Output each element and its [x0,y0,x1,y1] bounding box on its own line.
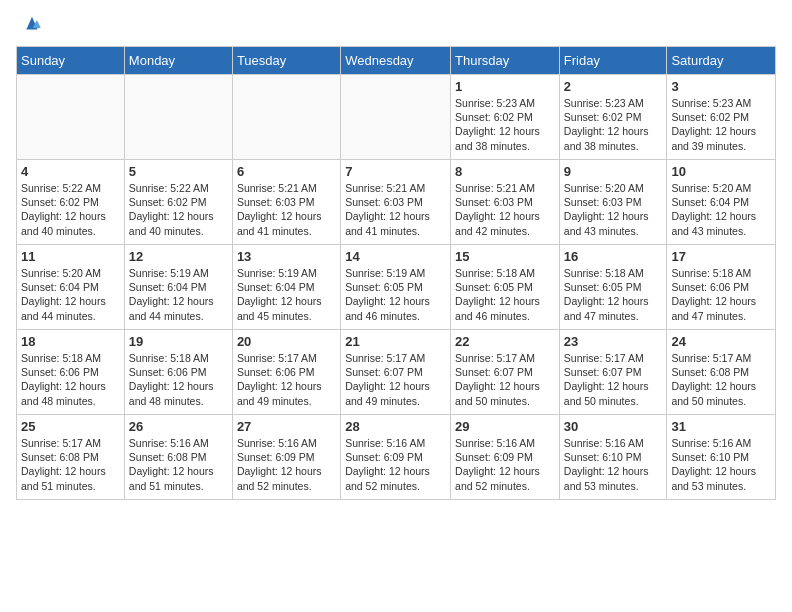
day-info: Sunrise: 5:16 AM Sunset: 6:10 PM Dayligh… [564,436,663,493]
day-number: 2 [564,79,663,94]
day-info: Sunrise: 5:17 AM Sunset: 6:07 PM Dayligh… [564,351,663,408]
calendar-week-row: 18Sunrise: 5:18 AM Sunset: 6:06 PM Dayli… [17,330,776,415]
day-info: Sunrise: 5:18 AM Sunset: 6:05 PM Dayligh… [455,266,555,323]
calendar-day-cell: 20Sunrise: 5:17 AM Sunset: 6:06 PM Dayli… [232,330,340,415]
day-info: Sunrise: 5:21 AM Sunset: 6:03 PM Dayligh… [455,181,555,238]
calendar-day-cell: 26Sunrise: 5:16 AM Sunset: 6:08 PM Dayli… [124,415,232,500]
calendar-day-cell: 14Sunrise: 5:19 AM Sunset: 6:05 PM Dayli… [341,245,451,330]
calendar-day-cell: 3Sunrise: 5:23 AM Sunset: 6:02 PM Daylig… [667,75,776,160]
day-number: 14 [345,249,446,264]
day-info: Sunrise: 5:19 AM Sunset: 6:04 PM Dayligh… [237,266,336,323]
day-info: Sunrise: 5:16 AM Sunset: 6:09 PM Dayligh… [237,436,336,493]
calendar-day-cell: 1Sunrise: 5:23 AM Sunset: 6:02 PM Daylig… [451,75,560,160]
day-info: Sunrise: 5:16 AM Sunset: 6:09 PM Dayligh… [455,436,555,493]
day-number: 16 [564,249,663,264]
day-info: Sunrise: 5:20 AM Sunset: 6:03 PM Dayligh… [564,181,663,238]
day-number: 3 [671,79,771,94]
calendar-day-cell: 18Sunrise: 5:18 AM Sunset: 6:06 PM Dayli… [17,330,125,415]
calendar-day-cell: 10Sunrise: 5:20 AM Sunset: 6:04 PM Dayli… [667,160,776,245]
calendar-day-cell: 21Sunrise: 5:17 AM Sunset: 6:07 PM Dayli… [341,330,451,415]
calendar-day-cell: 24Sunrise: 5:17 AM Sunset: 6:08 PM Dayli… [667,330,776,415]
calendar-day-cell: 22Sunrise: 5:17 AM Sunset: 6:07 PM Dayli… [451,330,560,415]
day-of-week-header: Wednesday [341,47,451,75]
day-number: 29 [455,419,555,434]
day-info: Sunrise: 5:17 AM Sunset: 6:08 PM Dayligh… [671,351,771,408]
day-info: Sunrise: 5:16 AM Sunset: 6:08 PM Dayligh… [129,436,228,493]
day-number: 22 [455,334,555,349]
day-info: Sunrise: 5:22 AM Sunset: 6:02 PM Dayligh… [21,181,120,238]
day-number: 15 [455,249,555,264]
calendar-week-row: 11Sunrise: 5:20 AM Sunset: 6:04 PM Dayli… [17,245,776,330]
calendar-day-cell: 6Sunrise: 5:21 AM Sunset: 6:03 PM Daylig… [232,160,340,245]
calendar-day-cell: 12Sunrise: 5:19 AM Sunset: 6:04 PM Dayli… [124,245,232,330]
day-info: Sunrise: 5:20 AM Sunset: 6:04 PM Dayligh… [671,181,771,238]
logo [16,16,44,36]
day-number: 21 [345,334,446,349]
day-info: Sunrise: 5:23 AM Sunset: 6:02 PM Dayligh… [671,96,771,153]
calendar-day-cell: 7Sunrise: 5:21 AM Sunset: 6:03 PM Daylig… [341,160,451,245]
logo-icon [20,12,44,36]
day-number: 20 [237,334,336,349]
day-number: 4 [21,164,120,179]
calendar-day-cell: 11Sunrise: 5:20 AM Sunset: 6:04 PM Dayli… [17,245,125,330]
day-number: 25 [21,419,120,434]
day-number: 26 [129,419,228,434]
calendar-day-cell: 28Sunrise: 5:16 AM Sunset: 6:09 PM Dayli… [341,415,451,500]
day-of-week-header: Tuesday [232,47,340,75]
calendar-week-row: 1Sunrise: 5:23 AM Sunset: 6:02 PM Daylig… [17,75,776,160]
calendar-day-cell: 19Sunrise: 5:18 AM Sunset: 6:06 PM Dayli… [124,330,232,415]
calendar-day-cell: 16Sunrise: 5:18 AM Sunset: 6:05 PM Dayli… [559,245,667,330]
calendar-day-cell: 25Sunrise: 5:17 AM Sunset: 6:08 PM Dayli… [17,415,125,500]
day-info: Sunrise: 5:17 AM Sunset: 6:07 PM Dayligh… [345,351,446,408]
day-info: Sunrise: 5:18 AM Sunset: 6:06 PM Dayligh… [21,351,120,408]
day-number: 28 [345,419,446,434]
day-info: Sunrise: 5:23 AM Sunset: 6:02 PM Dayligh… [564,96,663,153]
page-header [16,16,776,36]
day-of-week-header: Friday [559,47,667,75]
day-number: 8 [455,164,555,179]
calendar-day-cell [124,75,232,160]
calendar-day-cell: 31Sunrise: 5:16 AM Sunset: 6:10 PM Dayli… [667,415,776,500]
day-number: 10 [671,164,771,179]
day-info: Sunrise: 5:19 AM Sunset: 6:05 PM Dayligh… [345,266,446,323]
day-number: 18 [21,334,120,349]
day-info: Sunrise: 5:22 AM Sunset: 6:02 PM Dayligh… [129,181,228,238]
day-info: Sunrise: 5:16 AM Sunset: 6:09 PM Dayligh… [345,436,446,493]
day-info: Sunrise: 5:19 AM Sunset: 6:04 PM Dayligh… [129,266,228,323]
day-of-week-header: Monday [124,47,232,75]
day-number: 17 [671,249,771,264]
day-number: 31 [671,419,771,434]
day-number: 23 [564,334,663,349]
day-info: Sunrise: 5:18 AM Sunset: 6:05 PM Dayligh… [564,266,663,323]
calendar-day-cell: 5Sunrise: 5:22 AM Sunset: 6:02 PM Daylig… [124,160,232,245]
day-of-week-header: Sunday [17,47,125,75]
calendar-day-cell: 4Sunrise: 5:22 AM Sunset: 6:02 PM Daylig… [17,160,125,245]
calendar-header-row: SundayMondayTuesdayWednesdayThursdayFrid… [17,47,776,75]
day-number: 13 [237,249,336,264]
calendar-day-cell: 9Sunrise: 5:20 AM Sunset: 6:03 PM Daylig… [559,160,667,245]
day-number: 11 [21,249,120,264]
calendar-day-cell [341,75,451,160]
day-number: 5 [129,164,228,179]
calendar-day-cell: 23Sunrise: 5:17 AM Sunset: 6:07 PM Dayli… [559,330,667,415]
day-of-week-header: Saturday [667,47,776,75]
calendar: SundayMondayTuesdayWednesdayThursdayFrid… [16,46,776,500]
calendar-week-row: 25Sunrise: 5:17 AM Sunset: 6:08 PM Dayli… [17,415,776,500]
calendar-day-cell: 29Sunrise: 5:16 AM Sunset: 6:09 PM Dayli… [451,415,560,500]
day-info: Sunrise: 5:21 AM Sunset: 6:03 PM Dayligh… [237,181,336,238]
calendar-day-cell: 2Sunrise: 5:23 AM Sunset: 6:02 PM Daylig… [559,75,667,160]
calendar-day-cell: 27Sunrise: 5:16 AM Sunset: 6:09 PM Dayli… [232,415,340,500]
day-number: 30 [564,419,663,434]
day-info: Sunrise: 5:17 AM Sunset: 6:07 PM Dayligh… [455,351,555,408]
day-info: Sunrise: 5:21 AM Sunset: 6:03 PM Dayligh… [345,181,446,238]
day-info: Sunrise: 5:17 AM Sunset: 6:06 PM Dayligh… [237,351,336,408]
day-info: Sunrise: 5:23 AM Sunset: 6:02 PM Dayligh… [455,96,555,153]
calendar-day-cell: 13Sunrise: 5:19 AM Sunset: 6:04 PM Dayli… [232,245,340,330]
day-info: Sunrise: 5:16 AM Sunset: 6:10 PM Dayligh… [671,436,771,493]
day-number: 1 [455,79,555,94]
calendar-day-cell: 30Sunrise: 5:16 AM Sunset: 6:10 PM Dayli… [559,415,667,500]
calendar-day-cell: 8Sunrise: 5:21 AM Sunset: 6:03 PM Daylig… [451,160,560,245]
day-number: 24 [671,334,771,349]
day-number: 6 [237,164,336,179]
day-number: 7 [345,164,446,179]
